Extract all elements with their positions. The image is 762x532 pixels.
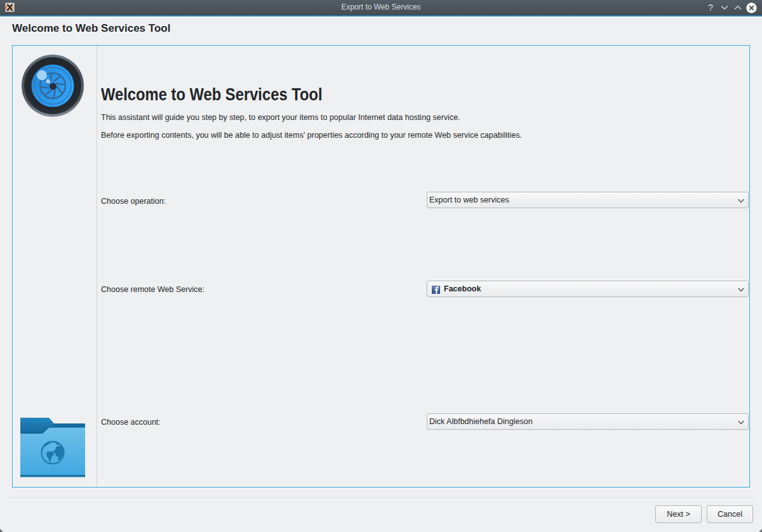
svg-text:?: ? <box>708 3 713 13</box>
